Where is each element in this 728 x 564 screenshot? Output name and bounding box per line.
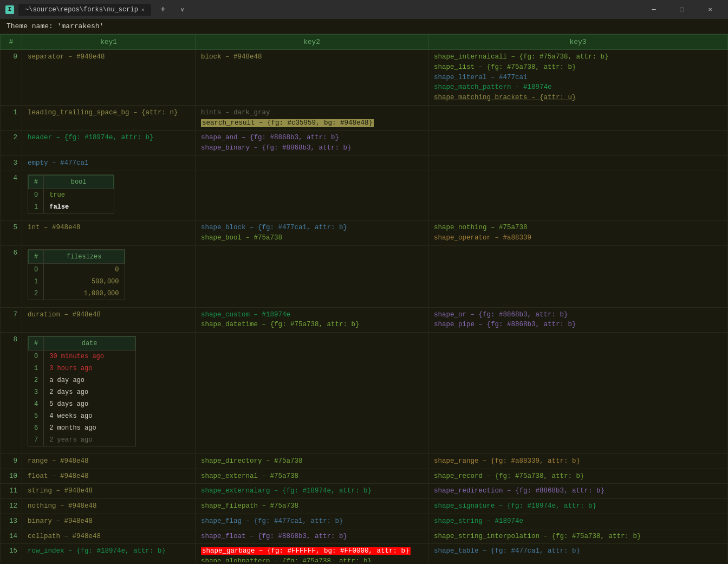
row-index: 8 bbox=[1, 333, 22, 454]
row-key3: shape_or – {fg: #8868b3, attr: b} shape_… bbox=[428, 307, 728, 333]
col-header-key1: key1 bbox=[22, 35, 196, 50]
col-header-key2: key2 bbox=[196, 35, 428, 50]
filesizes-table: # filesizes 0 0 1 bbox=[28, 249, 125, 300]
row-key3 bbox=[428, 131, 728, 156]
row-key2: shape_garbage – {fg: #FFFFFF, bg: #FF000… bbox=[196, 544, 428, 562]
table-row: 7 duration – #948e48 shape_custom – #189… bbox=[1, 307, 728, 333]
row-key1: nothing – #948e48 bbox=[22, 499, 196, 514]
table-row: 8 # date 0 bbox=[1, 333, 728, 454]
window-controls: — □ ✕ bbox=[641, 0, 723, 19]
row-key2: shape_float – {fg: #8868b3, attr: b} bbox=[196, 529, 428, 544]
row-key1: cellpath – #948e48 bbox=[22, 529, 196, 544]
table-row: 15 row_index – {fg: #18974e, attr: b} sh… bbox=[1, 544, 728, 562]
row-index: 15 bbox=[1, 544, 22, 562]
close-button[interactable]: ✕ bbox=[698, 0, 723, 19]
data-table: # key1 key2 key3 0 separator – #948e48 b… bbox=[0, 34, 728, 562]
table-row: 0 separator – #948e48 block – #948e48 sh… bbox=[1, 50, 728, 106]
table-row: 6 # filesizes 0 bbox=[1, 245, 728, 307]
row-key2: shape_and – {fg: #8868b3, attr: b} shape… bbox=[196, 131, 428, 156]
row-key1: # date 0 30 minutes ago 1 bbox=[22, 333, 196, 454]
row-key1: leading_trailing_space_bg – {attr: n} bbox=[22, 105, 196, 131]
row-key3: shape_nothing – #75a738 shape_operator –… bbox=[428, 221, 728, 246]
table-row: 13 binary – #948e48 shape_flag – {fg: #4… bbox=[1, 514, 728, 529]
tab-dropdown-button[interactable]: ∨ bbox=[175, 2, 190, 17]
row-key3: shape_internalcall – {fg: #75a738, attr:… bbox=[428, 50, 728, 106]
row-index: 3 bbox=[1, 155, 22, 171]
row-key1: # bool 0 true 1 bbox=[22, 171, 196, 221]
row-key1: int – #948e48 bbox=[22, 221, 196, 246]
table-row: 2 header – {fg: #18974e, attr: b} shape_… bbox=[1, 131, 728, 156]
table-row: 11 string – #948e48 shape_externalarg – … bbox=[1, 484, 728, 499]
row-key2: shape_flag – {fg: #477ca1, attr: b} bbox=[196, 514, 428, 529]
row-key1: range – #948e48 bbox=[22, 453, 196, 469]
main-content[interactable]: # key1 key2 key3 0 separator – #948e48 b… bbox=[0, 34, 728, 562]
table-row: 4 # bool 0 bbox=[1, 171, 728, 221]
row-key2: shape_custom – #18974e shape_datetime – … bbox=[196, 307, 428, 333]
col-header-key3: key3 bbox=[428, 35, 728, 50]
row-index: 7 bbox=[1, 307, 22, 333]
row-index: 10 bbox=[1, 469, 22, 484]
row-key3: shape_string – #18974e bbox=[428, 514, 728, 529]
tab-active[interactable]: ~\source\repos\forks\nu_scrip ✕ bbox=[18, 4, 151, 16]
row-key1: string – #948e48 bbox=[22, 484, 196, 499]
row-key1: empty – #477ca1 bbox=[22, 155, 196, 171]
table-row: 9 range – #948e48 shape_directory – #75a… bbox=[1, 453, 728, 469]
row-key2 bbox=[196, 333, 428, 454]
table-row: 14 cellpath – #948e48 shape_float – {fg:… bbox=[1, 529, 728, 544]
table-row: 12 nothing – #948e48 shape_filepath – #7… bbox=[1, 499, 728, 514]
row-key3 bbox=[428, 333, 728, 454]
row-key2: shape_external – #75a738 bbox=[196, 469, 428, 484]
row-key2 bbox=[196, 245, 428, 307]
table-row: 3 empty – #477ca1 bbox=[1, 155, 728, 171]
app-icon: Σ bbox=[5, 5, 14, 14]
row-index: 13 bbox=[1, 514, 22, 529]
tab-label: ~\source\repos\forks\nu_scrip bbox=[25, 6, 138, 14]
row-key2 bbox=[196, 171, 428, 221]
tab-close-button[interactable]: ✕ bbox=[141, 7, 145, 13]
col-header-index: # bbox=[1, 35, 22, 50]
row-key2: shape_block – {fg: #477ca1, attr: b} sha… bbox=[196, 221, 428, 246]
row-key1: # filesizes 0 0 1 bbox=[22, 245, 196, 307]
row-key1: row_index – {fg: #18974e, attr: b} bbox=[22, 544, 196, 562]
row-key3 bbox=[428, 245, 728, 307]
row-index: 9 bbox=[1, 453, 22, 469]
row-index: 0 bbox=[1, 50, 22, 106]
row-key2: shape_directory – #75a738 bbox=[196, 453, 428, 469]
row-index: 6 bbox=[1, 245, 22, 307]
title-bar: Σ ~\source\repos\forks\nu_scrip ✕ + ∨ — … bbox=[0, 0, 728, 19]
row-key2: hints – dark_gray search_result – {fg: #… bbox=[196, 105, 428, 131]
row-key1: header – {fg: #18974e, attr: b} bbox=[22, 131, 196, 156]
theme-name-bar: Theme name: 'marrakesh' bbox=[0, 19, 728, 34]
row-index: 2 bbox=[1, 131, 22, 156]
row-key3 bbox=[428, 171, 728, 221]
row-key3 bbox=[428, 105, 728, 131]
row-index: 12 bbox=[1, 499, 22, 514]
row-key1: float – #948e48 bbox=[22, 469, 196, 484]
row-key3: shape_table – {fg: #477ca1, attr: b} bbox=[428, 544, 728, 562]
table-row: 5 int – #948e48 shape_block – {fg: #477c… bbox=[1, 221, 728, 246]
row-key1: binary – #948e48 bbox=[22, 514, 196, 529]
row-key1: duration – #948e48 bbox=[22, 307, 196, 333]
table-row: 1 leading_trailing_space_bg – {attr: n} … bbox=[1, 105, 728, 131]
maximize-button[interactable]: □ bbox=[670, 0, 694, 19]
bool-table: # bool 0 true 1 bbox=[28, 174, 114, 213]
row-key3: shape_string_interpolation – {fg: #75a73… bbox=[428, 529, 728, 544]
new-tab-button[interactable]: + bbox=[155, 2, 171, 17]
table-row: 10 float – #948e48 shape_external – #75a… bbox=[1, 469, 728, 484]
row-key1: separator – #948e48 bbox=[22, 50, 196, 106]
row-key3: shape_range – {fg: #a88339, attr: b} bbox=[428, 453, 728, 469]
row-key3 bbox=[428, 155, 728, 171]
row-key2: shape_externalarg – {fg: #18974e, attr: … bbox=[196, 484, 428, 499]
row-key2: shape_filepath – #75a738 bbox=[196, 499, 428, 514]
minimize-button[interactable]: — bbox=[641, 0, 666, 19]
row-index: 11 bbox=[1, 484, 22, 499]
row-key3: shape_record – {fg: #75a738, attr: b} bbox=[428, 469, 728, 484]
row-index: 5 bbox=[1, 221, 22, 246]
row-key3: shape_signature – {fg: #18974e, attr: b} bbox=[428, 499, 728, 514]
date-table: # date 0 30 minutes ago 1 bbox=[28, 336, 136, 446]
row-index: 14 bbox=[1, 529, 22, 544]
row-key3: shape_redirection – {fg: #8868b3, attr: … bbox=[428, 484, 728, 499]
row-key2: block – #948e48 bbox=[196, 50, 428, 106]
row-index: 1 bbox=[1, 105, 22, 131]
row-key2 bbox=[196, 155, 428, 171]
